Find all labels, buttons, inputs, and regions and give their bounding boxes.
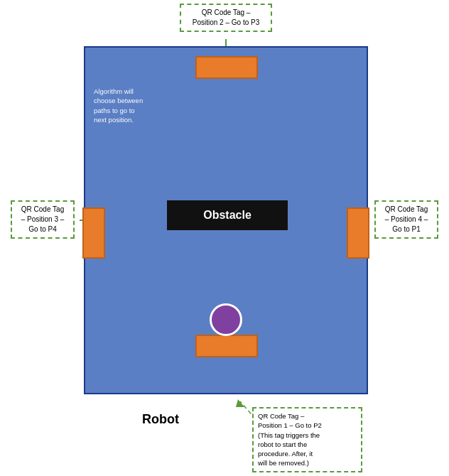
arena: Algorithm will choose between paths to g… bbox=[84, 46, 368, 394]
page-container: QR Code Tag – Position 2 – Go to P3 QR C… bbox=[0, 0, 449, 476]
obstacle: Obstacle bbox=[167, 200, 288, 230]
algo-text: Algorithm will choose between paths to g… bbox=[94, 87, 158, 124]
svg-marker-19 bbox=[236, 399, 244, 407]
robot-circle bbox=[210, 303, 242, 336]
qr-tag-top: QR Code Tag – Position 2 – Go to P3 bbox=[180, 4, 272, 32]
qr-tag-bottom: QR Code Tag – Position 1 – Go to P2 (Thi… bbox=[252, 407, 362, 472]
qr-tag-right: QR Code Tag – Position 4 – Go to P1 bbox=[374, 200, 438, 239]
top-marker bbox=[195, 56, 258, 79]
bottom-marker bbox=[195, 335, 258, 357]
left-marker bbox=[82, 207, 105, 259]
qr-tag-left: QR Code Tag – Position 3 – Go to P4 bbox=[11, 200, 75, 239]
robot-label: Robot bbox=[142, 412, 179, 427]
right-marker bbox=[347, 207, 369, 259]
